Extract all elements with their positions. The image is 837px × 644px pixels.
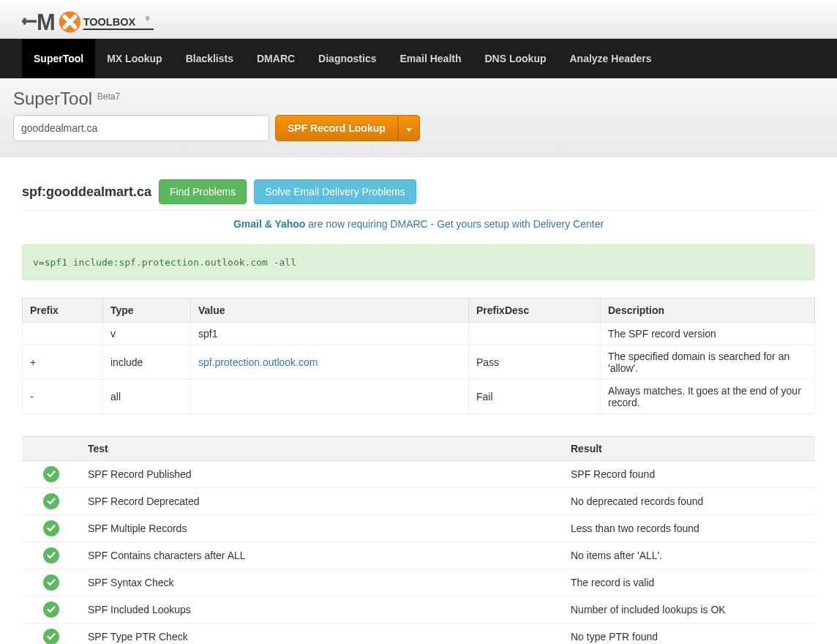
nav-dmarc[interactable]: DMARC bbox=[245, 39, 307, 78]
table-row: SPF Multiple RecordsLess than two record… bbox=[22, 515, 815, 542]
test-name: SPF Included Lookups bbox=[80, 596, 563, 624]
test-name: SPF Record Published bbox=[80, 461, 563, 488]
svg-rect-1 bbox=[23, 18, 26, 25]
table-row: -allFailAlways matches. It goes at the e… bbox=[23, 380, 815, 414]
spf-tests-table: TestResult SPF Record PublishedSPF Recor… bbox=[22, 436, 815, 644]
main-nav: SuperTool MX Lookup Blacklists DMARC Dia… bbox=[0, 39, 837, 78]
test-result: No items after 'ALL'. bbox=[563, 542, 815, 569]
check-circle-icon bbox=[43, 493, 59, 509]
test-result: Less than two records found bbox=[563, 515, 815, 542]
test-name: SPF Record Deprecated bbox=[80, 488, 563, 515]
result-title: spf:gooddealmart.ca bbox=[22, 184, 151, 200]
table-row: SPF Syntax CheckThe record is valid bbox=[22, 569, 815, 596]
chevron-down-icon bbox=[406, 128, 412, 132]
solve-problems-button[interactable]: Solve Email Delivery Problems bbox=[254, 179, 416, 204]
lookup-button[interactable]: SPF Record Lookup bbox=[275, 115, 398, 141]
spf-record-table: PrefixTypeValuePrefixDescDescription vsp… bbox=[22, 298, 815, 414]
column-header: PrefixDesc bbox=[469, 299, 601, 323]
svg-text:TOOLBOX: TOOLBOX bbox=[83, 16, 136, 28]
nav-mxlookup[interactable]: MX Lookup bbox=[95, 39, 173, 78]
nav-dnslookup[interactable]: DNS Lookup bbox=[473, 39, 558, 78]
check-circle-icon bbox=[43, 574, 59, 591]
check-circle-icon bbox=[43, 520, 59, 536]
check-circle-icon bbox=[43, 466, 59, 482]
check-circle-icon bbox=[43, 629, 59, 644]
dmarc-notice: Gmail & Yahoo are now requiring DMARC - … bbox=[22, 211, 815, 244]
test-result: Number of included lookups is OK bbox=[563, 596, 815, 624]
table-row: vspf1The SPF record version bbox=[23, 323, 815, 345]
test-name: SPF Contains characters after ALL bbox=[80, 542, 563, 569]
nav-supertool[interactable]: SuperTool bbox=[22, 39, 95, 78]
nav-diagnostics[interactable]: Diagnostics bbox=[307, 39, 388, 78]
logo[interactable]: M TOOLBOX ® bbox=[22, 6, 815, 38]
table-row: SPF Record DeprecatedNo deprecated recor… bbox=[22, 488, 815, 515]
column-header: Description bbox=[601, 299, 815, 323]
spf-value-link[interactable]: spf.protection.outlook.com bbox=[198, 356, 318, 368]
test-result: The record is valid bbox=[563, 569, 815, 596]
test-result: No type PTR found bbox=[563, 624, 815, 645]
table-row: SPF Included LookupsNumber of included l… bbox=[22, 596, 815, 624]
column-header bbox=[22, 437, 80, 461]
dmarc-notice-link[interactable]: Gmail & Yahoo are now requiring DMARC - … bbox=[233, 218, 604, 230]
nav-emailhealth[interactable]: Email Health bbox=[388, 39, 473, 78]
test-name: SPF Type PTR Check bbox=[80, 624, 563, 645]
column-header: Result bbox=[563, 437, 815, 461]
find-problems-button[interactable]: Find Problems bbox=[159, 179, 247, 204]
test-result: SPF Record found bbox=[563, 461, 815, 488]
test-name: SPF Multiple Records bbox=[80, 515, 563, 542]
nav-blacklists[interactable]: Blacklists bbox=[174, 39, 245, 78]
check-circle-icon bbox=[43, 547, 59, 564]
domain-input[interactable] bbox=[13, 115, 269, 141]
svg-text:M: M bbox=[37, 10, 56, 35]
svg-text:®: ® bbox=[146, 15, 150, 22]
lookup-dropdown[interactable] bbox=[398, 115, 420, 141]
column-header: Prefix bbox=[23, 299, 103, 323]
test-result: No deprecated records found bbox=[563, 488, 815, 515]
column-header: Test bbox=[80, 437, 563, 461]
page-title: SuperTool Beta7 bbox=[13, 89, 824, 109]
column-header: Value bbox=[191, 299, 469, 323]
column-header: Type bbox=[103, 299, 191, 323]
check-circle-icon bbox=[43, 602, 59, 618]
table-row: +includespf.protection.outlook.comPassTh… bbox=[23, 345, 815, 380]
table-row: SPF Contains characters after ALLNo item… bbox=[22, 542, 815, 569]
test-name: SPF Syntax Check bbox=[80, 569, 563, 596]
spf-record-box: v=spf1 include:spf.protection.outlook.co… bbox=[22, 244, 815, 280]
table-row: SPF Type PTR CheckNo type PTR found bbox=[22, 624, 815, 645]
table-row: SPF Record PublishedSPF Record found bbox=[22, 461, 815, 488]
nav-analyzeheaders[interactable]: Analyze Headers bbox=[558, 39, 664, 78]
